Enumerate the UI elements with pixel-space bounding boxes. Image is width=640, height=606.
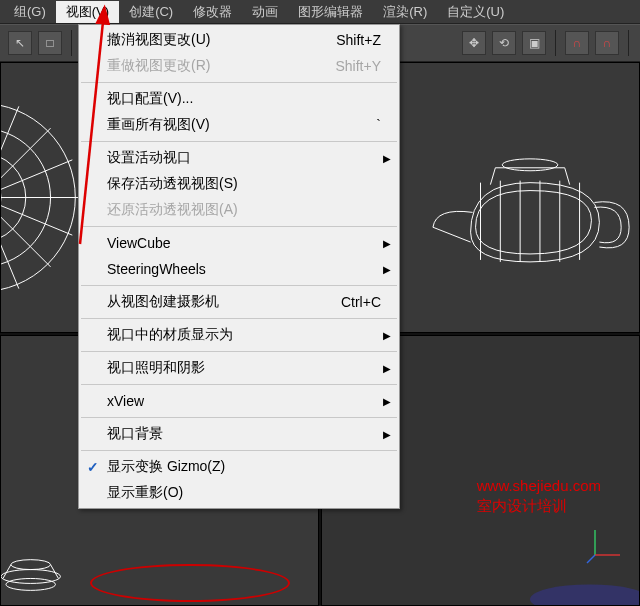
svg-point-19 xyxy=(6,578,56,590)
menu-item-label: 重做视图更改(R) xyxy=(107,57,210,75)
menu-item-11[interactable]: SteeringWheels▶ xyxy=(79,256,399,282)
menu-item-13[interactable]: 从视图创建摄影机Ctrl+C xyxy=(79,289,399,315)
menu-item-label: 显示重影(O) xyxy=(107,484,183,502)
svg-point-21 xyxy=(11,560,51,570)
menu-shortcut: ` xyxy=(376,117,381,133)
menu-item-4[interactable]: 重画所有视图(V)` xyxy=(79,112,399,138)
menu-item-3[interactable]: 视口配置(V)... xyxy=(79,86,399,112)
menu-item-label: 显示变换 Gizmo(Z) xyxy=(107,458,225,476)
view-menu-dropdown: 撤消视图更改(U)Shift+Z重做视图更改(R)Shift+Y视口配置(V).… xyxy=(78,24,400,509)
menu-separator xyxy=(81,285,397,286)
menu-separator xyxy=(81,82,397,83)
check-icon: ✓ xyxy=(87,459,99,475)
svg-point-20 xyxy=(1,570,60,584)
menu-separator xyxy=(81,351,397,352)
menu-item-label: 重画所有视图(V) xyxy=(107,116,210,134)
menu-item-label: 设置活动视口 xyxy=(107,149,191,167)
menu-item-8: 还原活动透视视图(A) xyxy=(79,197,399,223)
submenu-arrow-icon: ▶ xyxy=(383,264,391,275)
submenu-arrow-icon: ▶ xyxy=(383,238,391,249)
menu-item-19[interactable]: xView▶ xyxy=(79,388,399,414)
menu-3[interactable]: 修改器 xyxy=(183,1,242,23)
menu-item-24[interactable]: 显示重影(O) xyxy=(79,480,399,506)
submenu-arrow-icon: ▶ xyxy=(383,153,391,164)
menu-item-0[interactable]: 撤消视图更改(U)Shift+Z xyxy=(79,27,399,53)
menu-item-label: 视口照明和阴影 xyxy=(107,359,205,377)
menu-item-label: xView xyxy=(107,393,144,409)
menu-item-label: 视口配置(V)... xyxy=(107,90,193,108)
submenu-arrow-icon: ▶ xyxy=(383,429,391,440)
menu-item-21[interactable]: 视口背景▶ xyxy=(79,421,399,447)
svg-point-27 xyxy=(530,584,639,605)
menu-item-label: 视口背景 xyxy=(107,425,163,443)
tool-cursor[interactable]: ↖ xyxy=(8,31,32,55)
menu-separator xyxy=(81,318,397,319)
menu-separator xyxy=(81,450,397,451)
menu-item-label: 保存活动透视视图(S) xyxy=(107,175,238,193)
menu-1[interactable]: 视图(V) xyxy=(56,1,119,23)
submenu-arrow-icon: ▶ xyxy=(383,330,391,341)
tool-move[interactable]: ✥ xyxy=(462,31,486,55)
menu-2[interactable]: 创建(C) xyxy=(119,1,183,23)
svg-point-12 xyxy=(502,159,557,171)
menu-shortcut: Ctrl+C xyxy=(341,294,381,310)
menu-item-label: 从视图创建摄影机 xyxy=(107,293,219,311)
submenu-arrow-icon: ▶ xyxy=(383,363,391,374)
menu-item-label: 撤消视图更改(U) xyxy=(107,31,210,49)
menu-7[interactable]: 自定义(U) xyxy=(437,1,514,23)
menu-item-17[interactable]: 视口照明和阴影▶ xyxy=(79,355,399,381)
tool-scale[interactable]: ▣ xyxy=(522,31,546,55)
tool-select[interactable]: □ xyxy=(38,31,62,55)
menu-5[interactable]: 图形编辑器 xyxy=(288,1,373,23)
menu-separator xyxy=(81,384,397,385)
tool-rotate[interactable]: ⟲ xyxy=(492,31,516,55)
tool-snap2[interactable]: ∩ xyxy=(595,31,619,55)
tool-snap[interactable]: ∩ xyxy=(565,31,589,55)
menu-item-label: ViewCube xyxy=(107,235,171,251)
menu-item-label: SteeringWheels xyxy=(107,261,206,277)
menu-item-23[interactable]: ✓显示变换 Gizmo(Z) xyxy=(79,454,399,480)
menubar: 组(G)视图(V)创建(C)修改器动画图形编辑器渲染(R)自定义(U) xyxy=(0,0,640,24)
submenu-arrow-icon: ▶ xyxy=(383,396,391,407)
menu-item-7[interactable]: 保存活动透视视图(S) xyxy=(79,171,399,197)
menu-item-6[interactable]: 设置活动视口▶ xyxy=(79,145,399,171)
menu-separator xyxy=(81,226,397,227)
menu-item-label: 还原活动透视视图(A) xyxy=(107,201,238,219)
menu-separator xyxy=(81,417,397,418)
menu-6[interactable]: 渲染(R) xyxy=(373,1,437,23)
menu-item-15[interactable]: 视口中的材质显示为▶ xyxy=(79,322,399,348)
menu-item-label: 视口中的材质显示为 xyxy=(107,326,233,344)
menu-shortcut: Shift+Y xyxy=(335,58,381,74)
menu-4[interactable]: 动画 xyxy=(242,1,288,23)
menu-separator xyxy=(81,141,397,142)
menu-item-1: 重做视图更改(R)Shift+Y xyxy=(79,53,399,79)
menu-0[interactable]: 组(G) xyxy=(4,1,56,23)
menu-shortcut: Shift+Z xyxy=(336,32,381,48)
menu-item-10[interactable]: ViewCube▶ xyxy=(79,230,399,256)
